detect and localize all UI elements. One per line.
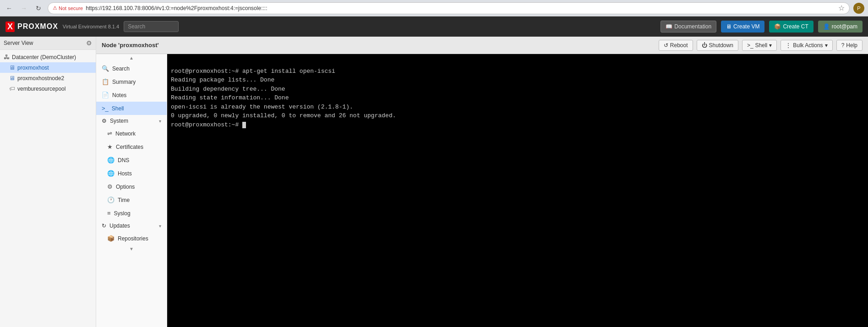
back-button[interactable]: ← [4, 3, 15, 14]
proxmoxhost-label: proxmoxhost [17, 65, 49, 71]
not-secure-indicator: ⚠ Not secure [53, 5, 83, 11]
pve-sidebar: Server View ⚙ 🖧 Datacenter (DemoCluster)… [0, 37, 96, 327]
nav-item-dns[interactable]: 🌐 DNS [96, 153, 167, 167]
terminal-line-2: Reading package lists... Done [171, 76, 274, 83]
updates-chevron-icon: ▾ [159, 223, 161, 229]
logo-subtitle: Virtual Environment 8.1.4 [63, 24, 119, 29]
create-ct-label: Create CT [783, 23, 808, 30]
pve-panel-layout: ▲ 🔍 Search 📋 Summary 📄 Notes >_ Shell [96, 54, 868, 327]
nav-item-options[interactable]: ⚙ Options [96, 180, 167, 193]
terminal-line-6: 0 upgraded, 0 newly installed, 0 to remo… [171, 112, 396, 119]
reboot-label: Reboot [670, 42, 688, 49]
nav-item-summary[interactable]: 📋 Summary [96, 75, 167, 88]
nav-section-system[interactable]: ⚙ System ▾ [96, 115, 167, 127]
bulk-actions-label: Bulk Actions [793, 42, 823, 49]
nav-item-hosts[interactable]: 🌐 Hosts [96, 167, 167, 180]
datacenter-label: Datacenter (DemoCluster) [12, 54, 76, 60]
bulk-actions-icon: ⋮ [786, 42, 791, 49]
summary-nav-icon: 📋 [102, 78, 109, 85]
terminal-content: root@proxmoxhost:~# apt-get install open… [167, 54, 868, 142]
updates-icon: ↻ [102, 223, 106, 229]
not-secure-label: Not secure [59, 5, 83, 11]
nav-item-syslog[interactable]: ≡ Syslog [96, 207, 167, 220]
system-label: System [110, 118, 128, 124]
time-label: Time [118, 197, 130, 203]
pool-label: vemburesourcepool [17, 86, 66, 92]
help-label: Help [846, 42, 857, 49]
nav-item-notes[interactable]: 📄 Notes [96, 88, 167, 102]
time-icon: 🕐 [107, 196, 115, 203]
bulk-actions-chevron-icon: ▾ [825, 42, 828, 49]
repositories-icon: 📦 [107, 235, 115, 242]
nav-scroll-down[interactable]: ▼ [96, 245, 167, 253]
terminal-line-7: root@proxmoxhost:~# [171, 121, 242, 128]
nav-item-network[interactable]: ⇌ Network [96, 127, 167, 140]
address-bar[interactable]: ⚠ Not secure https://192.168.100.78:8006… [48, 2, 850, 14]
user-icon: 👤 [823, 23, 830, 30]
bookmark-icon[interactable]: ☆ [838, 4, 845, 12]
proxmoxhostnode2-icon: 🖥 [9, 75, 15, 82]
nav-section-updates[interactable]: ↻ Updates ▾ [96, 220, 167, 232]
terminal-area[interactable]: root@proxmoxhost:~# apt-get install open… [167, 54, 868, 327]
hosts-label: Hosts [118, 170, 132, 177]
create-vm-button[interactable]: 🖥 Create VM [721, 21, 764, 33]
terminal-cursor [242, 122, 246, 128]
nav-item-search[interactable]: 🔍 Search [96, 62, 167, 75]
shell-nav-icon: >_ [102, 105, 109, 112]
content-toolbar: Node 'proxmoxhost' ↺ Reboot ⏻ Shutdown >… [96, 37, 868, 54]
help-icon: ? [841, 42, 845, 49]
tree-item-vemburesourcepool[interactable]: 🏷 vemburesourcepool [0, 83, 96, 94]
shutdown-button[interactable]: ⏻ Shutdown [697, 40, 738, 51]
sidebar-view-title: Server View [4, 40, 33, 46]
logo-x: X [5, 22, 15, 32]
reboot-button[interactable]: ↺ Reboot [659, 40, 693, 51]
shutdown-label: Shutdown [709, 42, 733, 49]
pve-header: X PROXMOX Virtual Environment 8.1.4 📖 Do… [0, 16, 868, 37]
options-icon: ⚙ [107, 183, 113, 190]
system-icon: ⚙ [102, 118, 107, 124]
sidebar-gear-icon[interactable]: ⚙ [86, 39, 92, 47]
create-ct-button[interactable]: 📦 Create CT [769, 21, 813, 33]
header-search-input[interactable] [124, 21, 179, 32]
shell-icon: >_ [747, 42, 753, 49]
node-title: Node 'proxmoxhost' [102, 42, 655, 49]
forward-button[interactable]: → [18, 3, 29, 14]
pve-logo: X PROXMOX Virtual Environment 8.1.4 [5, 22, 119, 32]
pve-nav-panel: ▲ 🔍 Search 📋 Summary 📄 Notes >_ Shell [96, 54, 167, 327]
system-chevron-icon: ▾ [159, 119, 161, 124]
dns-icon: 🌐 [107, 157, 115, 164]
sidebar-header: Server View ⚙ [0, 37, 96, 50]
hosts-icon: 🌐 [107, 170, 115, 177]
nav-item-shell[interactable]: >_ Shell [96, 102, 167, 115]
nav-notes-label: Notes [112, 92, 126, 98]
pve-main: Server View ⚙ 🖧 Datacenter (DemoCluster)… [0, 37, 868, 327]
terminal-line-3: Building dependency tree... Done [171, 86, 285, 93]
certificates-label: Certificates [116, 144, 143, 150]
documentation-button[interactable]: 📖 Documentation [661, 21, 716, 33]
pve-content: Node 'proxmoxhost' ↺ Reboot ⏻ Shutdown >… [96, 37, 868, 327]
profile-icon[interactable]: P [853, 3, 864, 14]
vm-icon: 🖥 [726, 23, 732, 30]
ct-icon: 📦 [774, 23, 781, 30]
bulk-actions-button[interactable]: ⋮ Bulk Actions ▾ [781, 40, 832, 51]
help-button[interactable]: ? Help [836, 40, 863, 51]
nav-item-certificates[interactable]: ★ Certificates [96, 140, 167, 153]
updates-label: Updates [109, 223, 130, 229]
shell-button[interactable]: >_ Shell ▾ [742, 40, 777, 51]
tree-item-proxmoxhost[interactable]: 🖥 proxmoxhost [0, 62, 96, 73]
nav-summary-label: Summary [112, 79, 136, 85]
user-button[interactable]: 👤 root@pam [818, 21, 863, 33]
nav-item-repositories[interactable]: 📦 Repositories [96, 232, 167, 245]
updates-section-label: ↻ Updates [102, 223, 130, 229]
proxmoxhost-icon: 🖥 [9, 64, 15, 71]
sidebar-tree: 🖧 Datacenter (DemoCluster) 🖥 proxmoxhost… [0, 50, 96, 327]
proxmoxhostnode2-label: proxmoxhostnode2 [17, 75, 64, 82]
doc-icon: 📖 [666, 23, 672, 30]
logo-brand: PROXMOX [17, 22, 58, 31]
tree-item-proxmoxhostnode2[interactable]: 🖥 proxmoxhostnode2 [0, 73, 96, 83]
nav-item-time[interactable]: 🕐 Time [96, 193, 167, 207]
nav-scroll-up[interactable]: ▲ [96, 54, 167, 62]
reload-button[interactable]: ↻ [33, 3, 44, 14]
url-text: https://192.168.100.78:8006/#v1:0:=node%… [86, 5, 267, 11]
tree-item-datacenter[interactable]: 🖧 Datacenter (DemoCluster) [0, 52, 96, 62]
